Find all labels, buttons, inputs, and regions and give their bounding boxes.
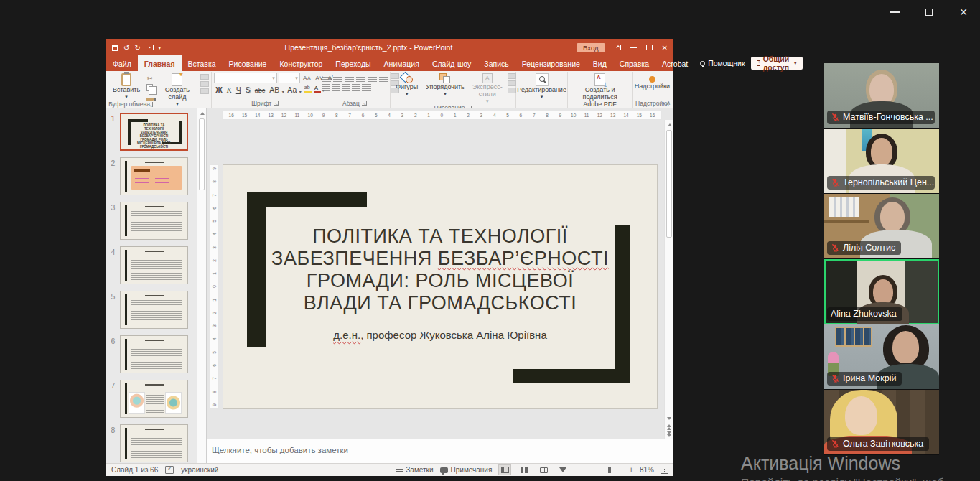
start-slideshow-icon[interactable] [146,45,154,50]
section-icon[interactable] [200,88,209,94]
justify-icon[interactable] [352,84,360,91]
slide-thumbnail[interactable]: 6 [106,335,197,373]
slide-thumbnail-preview[interactable] [120,424,188,462]
strikethrough-button[interactable]: abc [253,87,267,94]
tab-Рецензирование[interactable]: Рецензирование [515,55,587,71]
zoom-slider[interactable] [584,470,625,470]
tab-Запись[interactable]: Запись [477,55,515,71]
spellcheck-icon[interactable] [165,466,174,474]
zoom-in-button[interactable]: + [629,466,633,474]
columns-icon[interactable] [362,84,371,91]
slide-title[interactable]: ПОЛІТИКА ТА ТЕХНОЛОГІЇЗАБЕЗПЕЧЕННЯ БЕЗБА… [266,225,614,314]
tab-Переходы[interactable]: Переходы [329,55,377,71]
reset-slide-icon[interactable] [200,81,209,87]
slide-counter[interactable]: Слайд 1 из 66 [111,466,158,474]
create-pdf-button[interactable]: Создать и поделиться Adobe PDF [570,73,629,109]
numbering-icon[interactable] [333,75,342,82]
slide-thumbnail-preview[interactable] [120,246,188,284]
slide-thumbnail[interactable]: 5 [106,291,197,329]
slide-thumbnail-preview[interactable] [120,291,188,329]
bold-button[interactable]: Ж [214,85,225,94]
line-spacing-icon[interactable] [368,75,377,82]
slide-thumbnail[interactable]: 8 [106,424,197,462]
tab-Вставка[interactable]: Вставка [182,55,223,71]
slide-thumbnail-preview[interactable] [120,202,188,240]
slide-layout-icon[interactable] [200,74,209,80]
bullets-icon[interactable] [322,75,331,82]
scroll-down-icon[interactable] [665,414,674,423]
paste-button[interactable]: Вставить▾ [110,73,143,101]
tab-Справка[interactable]: Справка [613,55,655,71]
dialog-launcher-icon[interactable] [274,101,279,106]
tab-Конструктор[interactable]: Конструктор [273,55,329,71]
slide-sorter-view-button[interactable] [518,464,531,475]
text-shadow-button[interactable]: S [243,85,252,94]
zoom-percentage[interactable]: 81% [640,466,654,474]
text-direction-icon[interactable] [379,75,388,82]
character-spacing-button[interactable]: АВ [268,85,281,94]
dialog-launcher-icon[interactable] [152,102,153,107]
slide-thumbnail-preview[interactable]: ПОЛІТИКА ТА ТЕХНОЛОГІЇ ЗАБЕЗПЕЧЕННЯ БЕЗБ… [120,113,188,151]
comments-toggle[interactable]: Примечания [440,466,493,474]
font-name-combo[interactable]: ▾ [214,73,277,83]
highlight-color-icon[interactable] [304,86,312,93]
vertical-ruler[interactable]: 9876543210123456789 [210,164,219,409]
notes-toggle[interactable]: Заметки [396,466,433,474]
underline-button[interactable]: Ч [234,85,243,94]
participant-tile[interactable]: Матвіїв-Гончовська ... [824,63,939,129]
scrollbar-thumb[interactable] [199,118,205,190]
scroll-up-icon[interactable] [665,120,674,129]
grow-font-button[interactable]: A˄ [302,75,312,82]
quick-styles-button[interactable]: A Экспресс-стили▾ [470,73,505,104]
ppt-minimize-button[interactable] [630,47,637,48]
scroll-up-icon[interactable] [197,108,207,118]
share-button[interactable]: Общий доступ ▾ [751,57,803,70]
slide-thumbnail[interactable]: 2 [106,157,197,195]
slide-thumbnail[interactable]: 1 ПОЛІТИКА ТА ТЕХНОЛОГІЇ ЗАБЕЗПЕЧЕННЯ БЕ… [106,113,197,151]
participant-tile[interactable]: Alina Zhukovska [824,259,939,324]
slide-thumbnail-preview[interactable] [120,380,188,418]
slide-thumbnail-preview[interactable] [120,157,188,195]
ribbon-display-options-icon[interactable] [615,45,621,50]
collapse-ribbon-icon[interactable]: ∧ [666,100,671,106]
shapes-button[interactable]: Фигуры▾ [393,73,421,98]
participant-tile[interactable]: Тернопільський Цен... [824,129,939,194]
slide-thumbnail[interactable]: 3 [106,202,197,240]
slide-thumbnail[interactable]: 4 [106,246,197,284]
tab-Рисование[interactable]: Рисование [223,55,274,71]
ppt-maximize-button[interactable] [646,45,653,50]
thumbnails-scrollbar[interactable] [197,108,206,463]
save-icon[interactable] [112,45,118,51]
fit-slide-to-window-icon[interactable] [661,467,668,474]
language-indicator[interactable]: украинский [181,466,218,474]
tab-Анимация[interactable]: Анимация [378,55,426,71]
sign-in-button[interactable]: Вход [577,43,605,52]
normal-view-button[interactable] [498,464,511,475]
align-left-icon[interactable] [322,84,330,91]
copy-icon[interactable] [145,83,154,91]
tab-Вид[interactable]: Вид [587,55,613,71]
zoom-out-button[interactable]: − [576,466,580,474]
slide-canvas[interactable]: ПОЛІТИКА ТА ТЕХНОЛОГІЇЗАБЕЗПЕЧЕННЯ БЕЗБА… [223,164,658,409]
horizontal-ruler[interactable]: 1615141312111098765432101234567891011121… [222,111,662,120]
font-color-icon[interactable] [314,86,321,93]
increase-indent-icon[interactable] [356,75,365,82]
slide-thumbnail-preview[interactable] [120,335,188,373]
decrease-indent-icon[interactable] [345,75,354,82]
participant-tile[interactable]: Ольга Завітковська [824,390,939,455]
editor-scrollbar[interactable] [664,120,673,439]
restore-button[interactable] [923,6,935,19]
slide-subtitle[interactable]: д.е.н., професор Жуковська Аліна Юріївна [223,329,657,341]
editing-button[interactable]: Редактирование▾ [514,73,569,101]
zoom-slider-thumb[interactable] [608,467,611,473]
cut-icon[interactable]: ✂ [145,74,154,82]
tab-Главная[interactable]: Главная [138,55,182,71]
notes-pane[interactable]: Щелкните, чтобы добавить заметки [207,439,673,463]
undo-icon[interactable]: ↺ [123,44,129,52]
previous-slide-button[interactable] [667,424,671,430]
addins-button[interactable]: Надстройки [632,73,673,91]
new-slide-button[interactable]: Создать слайд▾ [157,73,198,107]
assistant-button[interactable]: Помощник [694,55,750,71]
slide-thumbnail[interactable]: 7 [106,380,197,418]
align-center-icon[interactable] [332,84,340,91]
